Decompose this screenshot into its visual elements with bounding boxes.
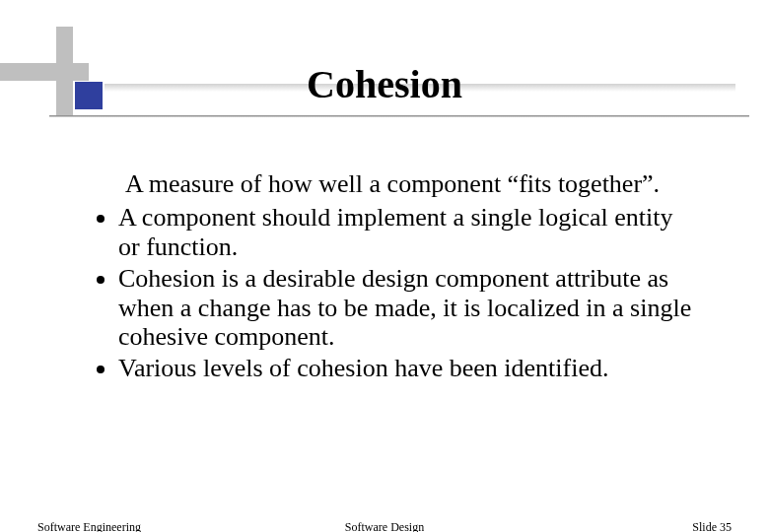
intro-text: A measure of how well a component “fits … [93,169,692,199]
decor-horizontal-rule [49,115,749,117]
bullet-item: Various levels of cohesion have been ide… [118,354,692,383]
presentation-slide: Cohesion A measure of how well a compone… [0,0,769,532]
bullet-item: A component should implement a single lo… [118,203,692,262]
slide-title: Cohesion [0,61,769,107]
slide-body: A measure of how well a component “fits … [93,169,692,383]
bullet-item: Cohesion is a desirable design component… [118,264,692,353]
bullet-list: A component should implement a single lo… [93,203,692,383]
footer-right: Slide 35 [692,520,732,532]
footer-center: Software Design [0,520,769,532]
